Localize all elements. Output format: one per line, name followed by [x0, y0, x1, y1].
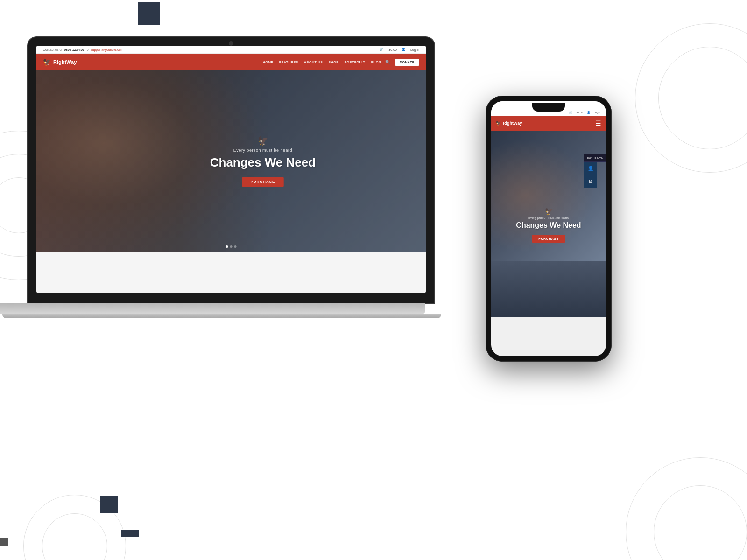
- contact-or: or: [87, 48, 91, 51]
- sidebar-monitor-icon[interactable]: 🖥: [584, 175, 597, 188]
- phone-hero: BUY THEME 👤 🖥 🦅 Every person must be hea…: [491, 131, 606, 261]
- laptop-base-area: [12, 303, 432, 318]
- phone-hero-content: 🦅 Every person must be heard Changes We …: [491, 208, 606, 243]
- login-label: Log in: [410, 48, 419, 51]
- buy-theme-button[interactable]: BUY THEME: [584, 154, 606, 162]
- laptop-outer-frame: Contact us on 0800 123 4567 or support@y…: [28, 37, 434, 303]
- buy-theme-sidebar: BUY THEME 👤 🖥: [584, 154, 606, 188]
- phone-cart-amount: $0.00: [576, 111, 583, 114]
- phone-hero-tagline: Every person must be heard: [491, 216, 606, 219]
- contact-email: support@yoursite.com: [91, 48, 123, 51]
- phone-navbar: 🦅 RightWay ☰: [491, 116, 606, 131]
- laptop-mockup: Contact us on 0800 123 4567 or support@y…: [28, 37, 448, 378]
- logo-text: RightWay: [53, 59, 77, 65]
- cart-amount: $0.00: [388, 48, 397, 51]
- phone-hero-title: Changes We Need: [491, 221, 606, 230]
- laptop-hero: 🦅 Every person must be heard Changes We …: [36, 70, 426, 252]
- nav-item-blog[interactable]: BLOG: [371, 61, 381, 64]
- contact-phone: 0800 123 4567: [64, 48, 86, 51]
- logo-eagle-icon: 🦅: [43, 58, 51, 66]
- hero-purchase-button[interactable]: PURCHASE: [242, 177, 283, 187]
- laptop-base: [0, 303, 425, 314]
- nav-item-about[interactable]: ABOUT US: [304, 61, 323, 64]
- phone-logo-text: RightWay: [503, 121, 522, 126]
- laptop-screen: Contact us on 0800 123 4567 or support@y…: [36, 46, 426, 293]
- phone-bottom-content: [491, 261, 606, 317]
- phone-logo-eagle-icon: 🦅: [496, 121, 501, 126]
- phone-logo: 🦅 RightWay: [496, 121, 595, 126]
- hero-dot-1: [226, 245, 228, 248]
- nav-item-portfolio[interactable]: PORTFOLIO: [344, 61, 365, 64]
- phone-hero-eagle-icon: 🦅: [491, 208, 606, 215]
- hero-dot-3: [234, 245, 237, 248]
- phone-purchase-button[interactable]: PURCHASE: [532, 235, 565, 243]
- laptop-topbar-right: 🛒 $0.00 👤 Log in: [380, 48, 419, 51]
- phone-cart-icon: 🛒: [569, 111, 572, 114]
- nav-item-home[interactable]: HOME: [263, 61, 274, 64]
- donate-button[interactable]: DONATE: [395, 59, 419, 66]
- hero-dot-2: [230, 245, 233, 248]
- main-container: Contact us on 0800 123 4567 or support@y…: [0, 0, 747, 560]
- nav-item-shop[interactable]: SHOP: [329, 61, 339, 64]
- cart-icon: 🛒: [380, 48, 384, 51]
- contact-prefix: Contact us on: [43, 48, 63, 51]
- laptop-camera: [229, 41, 233, 46]
- hero-eagle-icon: 🦅: [210, 136, 316, 146]
- laptop-logo: 🦅 RightWay: [43, 58, 263, 66]
- hero-content: 🦅 Every person must be heard Changes We …: [210, 136, 316, 187]
- laptop-nav-links: HOME FEATURES ABOUT US SHOP PORTFOLIO BL…: [263, 61, 381, 64]
- nav-item-features[interactable]: FEATURES: [279, 61, 298, 64]
- phone-mockup: 🛒 $0.00 👤 Log in 🦅 RightWay ☰: [486, 96, 612, 371]
- laptop-navbar: 🦅 RightWay HOME FEATURES ABOUT US SHOP P…: [36, 54, 426, 70]
- login-icon: 👤: [402, 48, 406, 51]
- phone-login-label: Log in: [594, 111, 601, 114]
- sidebar-person-icon[interactable]: 👤: [584, 162, 597, 175]
- phone-login-icon: 👤: [587, 111, 590, 114]
- laptop-foot: [2, 314, 441, 318]
- hero-slider-dots: [226, 245, 237, 248]
- phone-notch: [532, 103, 565, 112]
- phone-screen: 🛒 $0.00 👤 Log in 🦅 RightWay ☰: [491, 101, 606, 356]
- phone-outer-frame: 🛒 $0.00 👤 Log in 🦅 RightWay ☰: [486, 96, 612, 362]
- hero-title: Changes We Need: [210, 155, 316, 170]
- hamburger-icon[interactable]: ☰: [595, 119, 601, 127]
- search-icon[interactable]: 🔍: [385, 60, 390, 64]
- laptop-contact-info: Contact us on 0800 123 4567 or support@y…: [43, 48, 123, 51]
- laptop-website-topbar: Contact us on 0800 123 4567 or support@y…: [36, 46, 426, 54]
- hero-tagline: Every person must be heard: [210, 148, 316, 153]
